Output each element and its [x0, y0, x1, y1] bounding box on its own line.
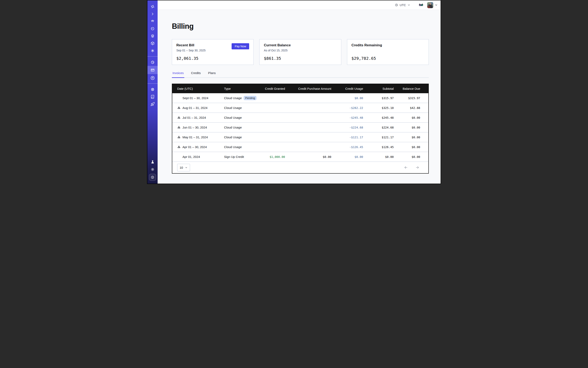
table-row: Aug 01 – 31, 2024 Cloud Usage -$282.22 $…	[172, 103, 428, 113]
topbar: UTC	[158, 0, 441, 10]
summary-cards: Recent Bill Sep 01 – Sep 30, 2025 $2,061…	[172, 39, 429, 65]
type-cell: Cloud Usage	[219, 106, 258, 110]
sidebar-item-settings-gear[interactable]	[147, 74, 158, 81]
date-cell: Sept 01 – 30, 2024	[172, 96, 219, 100]
sidebar-item-cube[interactable]	[147, 40, 158, 47]
tab-bar: InvoicesCreditsPlans	[172, 71, 429, 78]
cube-icon	[150, 41, 155, 46]
table-row: Apr 01, 2024 Sign Up Credit $1,000.00 $0…	[172, 152, 428, 162]
column-header: Balance Due	[394, 87, 420, 90]
page-size-value: 10	[180, 166, 183, 169]
invoice-type: Cloud Usage	[224, 96, 242, 100]
clock-icon	[395, 3, 398, 7]
subtotal-value: $121.17	[363, 136, 394, 139]
balance-due-value: $0.00	[394, 116, 420, 119]
table-row: Jul 01 – 31, 2024 Cloud Usage -$245.48 $…	[172, 113, 428, 123]
subtotal-value: $126.45	[363, 146, 394, 149]
invoice-date: Sept 01 – 30, 2024	[182, 96, 208, 100]
sidebar-item-asterisk[interactable]	[147, 47, 158, 54]
subtotal-value: $224.68	[363, 126, 394, 129]
sidebar-item-billing-card[interactable]	[147, 66, 158, 74]
chevron-down-icon	[407, 3, 410, 7]
sidebar-item-usage-gauge[interactable]	[147, 59, 158, 66]
credit-purchase-value: $0.00	[285, 155, 331, 158]
history-icon	[150, 27, 155, 31]
sidebar-item-logo-orbit[interactable]	[147, 3, 158, 10]
invoice-date: Jul 01 – 31, 2024	[182, 116, 206, 119]
sidebar-nav	[147, 0, 158, 108]
sidebar-item-history[interactable]	[147, 25, 158, 32]
tab-plans[interactable]: Plans	[208, 71, 217, 78]
credit-usage-value: $0.00	[331, 96, 363, 100]
balance-due-value: $0.00	[394, 146, 420, 149]
sidebar-item-labs-flask[interactable]	[147, 158, 158, 166]
download-invoice-icon[interactable]	[177, 136, 181, 139]
balance-due-value: $0.00	[394, 126, 420, 129]
credit-usage-value: -$121.17	[331, 136, 363, 139]
app-window: UTC Billing Recent Bill Sep 01 – Sep 30,…	[147, 0, 441, 184]
pay-now-button[interactable]: Pay Now	[232, 43, 249, 49]
sidebar-item-collapse-chevron[interactable]	[147, 10, 158, 18]
radar-icon	[150, 19, 155, 23]
current-balance-card: Current Balance As of Oct 15, 2025 $861.…	[259, 39, 341, 65]
invoice-type: Cloud Usage	[224, 126, 242, 129]
sidebar-item-radar[interactable]	[147, 18, 158, 25]
date-cell: Jun 01 – 30, 2024	[172, 126, 219, 129]
invoice-type: Cloud Usage	[224, 136, 242, 139]
billing-card-icon	[150, 68, 155, 72]
next-page-button[interactable]	[415, 166, 419, 169]
download-invoice-icon[interactable]	[177, 116, 181, 119]
view-mode-button[interactable]	[419, 3, 424, 8]
invoice-type: Cloud Usage	[224, 116, 242, 119]
invoice-date: May 01 – 31, 2024	[182, 136, 208, 139]
status-badge: Pending	[244, 96, 257, 100]
column-header: Credit Usage	[331, 87, 363, 90]
timezone-selector[interactable]: UTC	[395, 3, 410, 7]
type-cell: Sign Up Credit	[219, 155, 258, 158]
balance-due-value: $42.88	[394, 106, 420, 110]
credit-usage-value: $0.00	[331, 155, 363, 158]
sidebar-item-docs-book[interactable]	[147, 93, 158, 100]
sidebar-item-credits-dollar[interactable]	[149, 174, 156, 181]
prev-page-button[interactable]	[404, 166, 408, 169]
sidebar-item-support-wheel[interactable]	[147, 86, 158, 93]
theme-sun-icon	[150, 167, 155, 172]
balance-due-value: $0.00	[394, 155, 420, 158]
recent-bill-card: Recent Bill Sep 01 – Sep 30, 2025 $2,061…	[172, 39, 254, 65]
sidebar	[147, 0, 158, 184]
table-body: Sept 01 – 30, 2024 Cloud Usage Pending $…	[172, 93, 428, 162]
card-subtitle: As of Oct 15, 2025	[264, 49, 337, 52]
sidebar-item-quickstart-rocket[interactable]	[147, 100, 158, 108]
table-row: Sept 01 – 30, 2024 Cloud Usage Pending $…	[172, 93, 428, 103]
account-menu[interactable]	[427, 2, 438, 8]
credit-usage-value: -$245.48	[331, 116, 363, 119]
chevron-down-icon	[185, 166, 188, 169]
balance-due-value: $315.97	[394, 96, 420, 100]
invoice-type: Cloud Usage	[224, 145, 242, 149]
sidebar-item-theme-sun[interactable]	[147, 166, 158, 173]
download-invoice-icon[interactable]	[177, 145, 181, 149]
invoice-date: Jun 01 – 30, 2024	[182, 126, 207, 129]
current-balance-amount: $861.35	[264, 56, 337, 61]
type-cell: Cloud Usage	[219, 116, 258, 119]
invoice-date: Apr 01 – 30, 2024	[182, 145, 207, 149]
sidebar-item-layers[interactable]	[147, 32, 158, 40]
date-cell: Apr 01, 2024	[172, 155, 219, 158]
balance-due-value: $0.00	[394, 136, 420, 139]
timezone-label: UTC	[400, 3, 406, 7]
credit-usage-value: -$224.68	[331, 126, 363, 129]
sidebar-divider	[147, 83, 158, 84]
date-cell: May 01 – 31, 2024	[172, 136, 219, 139]
page-size-select[interactable]: 10	[177, 164, 190, 171]
download-invoice-icon[interactable]	[177, 126, 181, 129]
sidebar-footer	[147, 158, 158, 184]
tab-credits[interactable]: Credits	[190, 71, 201, 78]
quickstart-rocket-icon	[150, 102, 155, 106]
date-cell: Apr 01 – 30, 2024	[172, 145, 219, 149]
settings-gear-icon	[150, 76, 155, 80]
download-invoice-icon[interactable]	[177, 106, 181, 110]
support-wheel-icon	[150, 87, 155, 92]
logo-orbit-icon	[150, 4, 155, 9]
card-subtitle	[352, 49, 424, 52]
tab-invoices[interactable]: Invoices	[172, 71, 184, 78]
